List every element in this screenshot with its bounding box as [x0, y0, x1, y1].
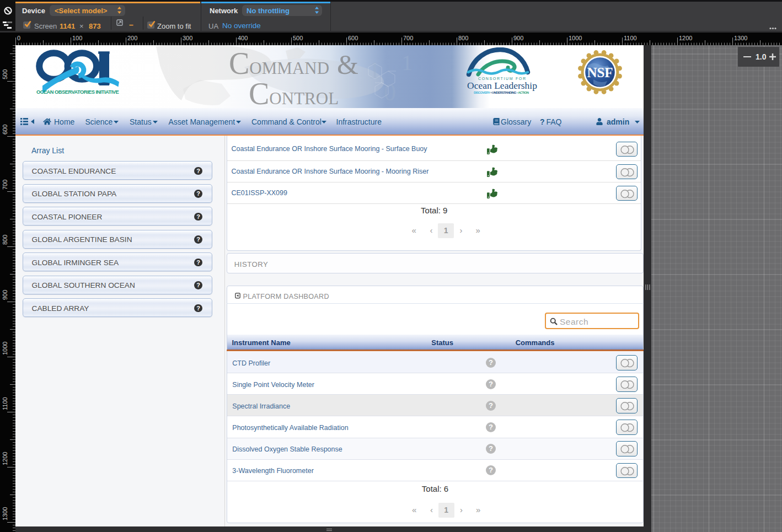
svg-text:300: 300	[183, 34, 192, 41]
svg-text:1300: 1300	[734, 34, 747, 41]
svg-text:200: 200	[127, 34, 137, 41]
svg-text:400: 400	[238, 34, 248, 41]
svg-text:Ocean Leadership: Ocean Leadership	[467, 80, 537, 91]
svg-text:1200: 1200	[2, 452, 8, 465]
svg-text:600: 600	[2, 125, 8, 135]
svg-text:1: 1	[401, 50, 413, 75]
svg-text:800: 800	[458, 34, 468, 41]
svg-text:1200: 1200	[679, 34, 692, 41]
svg-text:0: 0	[17, 34, 20, 41]
svg-text:1000: 1000	[2, 342, 8, 355]
svg-text:700: 700	[403, 34, 413, 41]
svg-text:1300: 1300	[2, 507, 8, 520]
svg-text:NSF: NSF	[587, 65, 613, 80]
svg-text:900: 900	[513, 34, 523, 41]
svg-text:100: 100	[72, 34, 82, 41]
svg-text:800: 800	[2, 235, 8, 245]
svg-text:500: 500	[293, 34, 303, 41]
svg-text:600: 600	[348, 34, 358, 41]
svg-text:1100: 1100	[624, 34, 637, 41]
svg-text:500: 500	[2, 69, 8, 79]
svg-text:900: 900	[2, 290, 8, 300]
svg-text:OCEAN OBSERVATORIES INITIATIVE: OCEAN OBSERVATORIES INITIATIVE	[36, 89, 119, 95]
svg-text:700: 700	[2, 180, 8, 190]
svg-text:1000: 1000	[569, 34, 582, 41]
svg-text:1100: 1100	[2, 397, 8, 410]
svg-text:DISCOVERY • UNDERSTANDING • AC: DISCOVERY • UNDERSTANDING • ACTION	[474, 91, 529, 94]
